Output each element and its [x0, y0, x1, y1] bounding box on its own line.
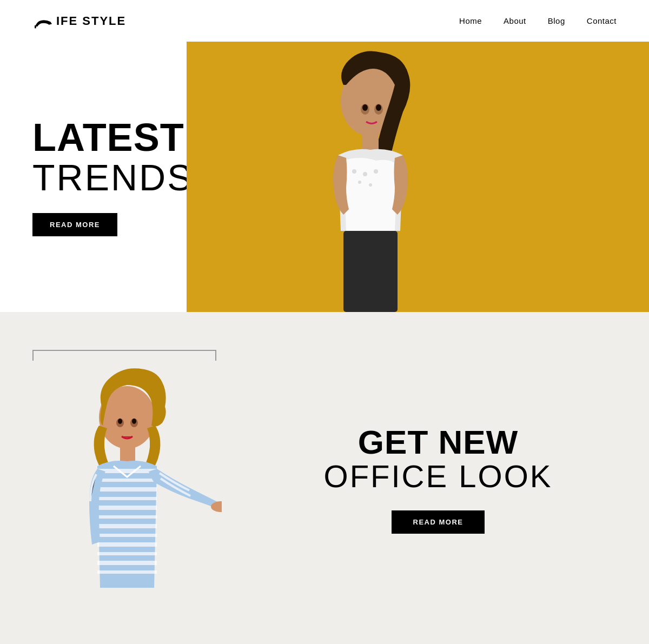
- svg-point-5: [362, 104, 368, 111]
- svg-rect-28: [97, 534, 157, 537]
- svg-point-9: [363, 172, 367, 176]
- svg-rect-30: [97, 552, 157, 555]
- hero-title-bold: LATEST: [32, 118, 187, 157]
- hero-read-more-button[interactable]: READ MORE: [32, 213, 117, 236]
- svg-point-10: [374, 169, 378, 174]
- svg-point-8: [352, 169, 356, 174]
- svg-rect-27: [97, 524, 157, 528]
- logo-text: IFE STYLE: [56, 14, 126, 28]
- svg-rect-25: [97, 506, 157, 510]
- svg-point-11: [358, 181, 361, 184]
- heel-icon: [32, 13, 54, 29]
- section2-image-area: [32, 350, 216, 609]
- header: IFE STYLE Home About Blog Contact: [0, 0, 649, 42]
- svg-rect-23: [97, 487, 157, 492]
- hero-image-area: [187, 42, 649, 312]
- svg-rect-22: [97, 479, 157, 482]
- hero-text-area: LATEST TRENDS READ MORE: [0, 42, 187, 312]
- section2-read-more-button[interactable]: READ MORE: [392, 510, 485, 534]
- svg-rect-32: [97, 570, 157, 574]
- svg-rect-0: [35, 25, 36, 28]
- section2-text-area: GET NEW OFFICE LOOK READ MORE: [260, 426, 617, 534]
- hero-woman-figure: [230, 42, 479, 312]
- section2-woman-figure: [27, 361, 222, 620]
- svg-rect-21: [97, 469, 157, 473]
- section2-title-bold: GET NEW: [358, 426, 518, 459]
- svg-point-6: [376, 104, 381, 111]
- svg-point-12: [369, 183, 372, 187]
- svg-rect-26: [97, 515, 157, 519]
- nav-contact[interactable]: Contact: [587, 16, 617, 25]
- svg-rect-31: [97, 561, 157, 565]
- section2-title-light: OFFICE LOOK: [324, 459, 553, 494]
- section2: GET NEW OFFICE LOOK READ MORE: [0, 312, 649, 644]
- logo[interactable]: IFE STYLE: [32, 13, 126, 29]
- hero-section: LATEST TRENDS READ MORE: [0, 42, 649, 312]
- nav-home[interactable]: Home: [459, 16, 482, 25]
- svg-point-19: [132, 419, 136, 424]
- svg-point-18: [118, 419, 122, 424]
- nav-about[interactable]: About: [504, 16, 526, 25]
- nav-blog[interactable]: Blog: [548, 16, 565, 25]
- hero-title-light: TRENDS: [32, 159, 187, 196]
- main-nav: Home About Blog Contact: [459, 16, 617, 25]
- svg-rect-29: [97, 542, 157, 547]
- svg-rect-13: [343, 231, 398, 312]
- svg-rect-24: [97, 497, 157, 500]
